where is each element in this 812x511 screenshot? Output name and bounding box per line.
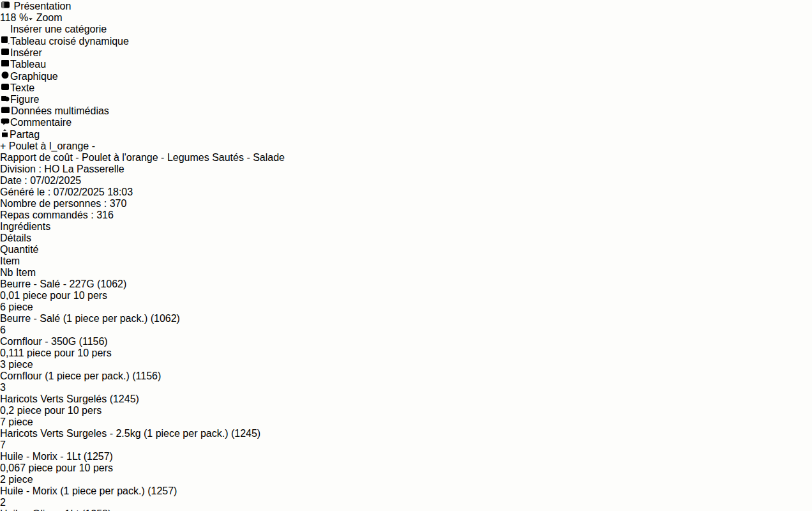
chart-icon [0, 71, 10, 82]
shape-icon [0, 94, 10, 105]
table-icon [0, 59, 10, 70]
presentation-icon [0, 1, 13, 11]
comment-icon [0, 117, 10, 128]
insert-icon [0, 47, 10, 58]
category-list-icon [0, 24, 10, 34]
add-sheet-button[interactable]: + [0, 141, 6, 151]
screenshot-root: Présentation 118 % Zoom Insérer une caté… [0, 0, 812, 511]
text-icon [0, 82, 10, 93]
share-icon [0, 129, 10, 140]
pivot-table-icon [0, 36, 10, 47]
orange-background [26, 5, 812, 511]
media-icon [0, 105, 11, 116]
